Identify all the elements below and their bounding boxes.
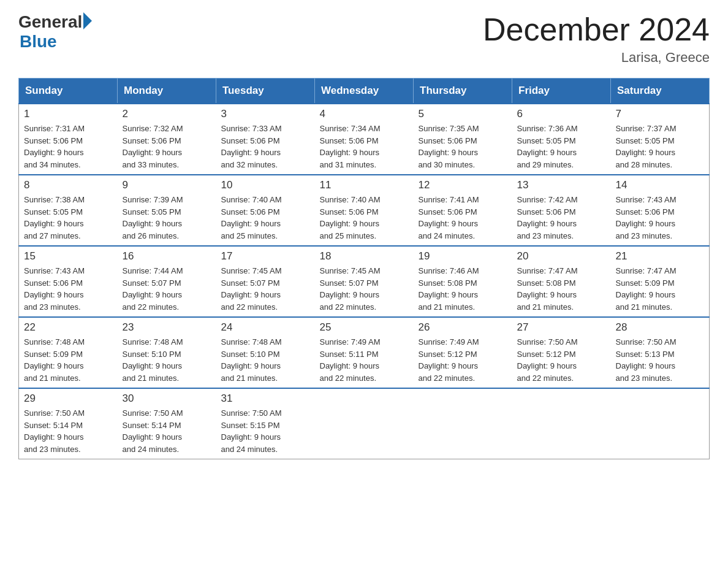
day-number: 27 <box>517 321 606 334</box>
calendar-cell: 3 Sunrise: 7:33 AM Sunset: 5:06 PM Dayli… <box>216 104 315 175</box>
day-header-saturday: Saturday <box>611 79 710 104</box>
calendar-cell: 29 Sunrise: 7:50 AM Sunset: 5:14 PM Dayl… <box>19 388 118 459</box>
title-area: December 2024 Larisa, Greece <box>483 12 710 66</box>
day-number: 15 <box>24 250 113 262</box>
page-header: General Blue December 2024 Larisa, Greec… <box>18 12 710 66</box>
day-number: 29 <box>24 393 113 405</box>
day-number: 14 <box>616 179 705 191</box>
day-info: Sunrise: 7:43 AM Sunset: 5:06 PM Dayligh… <box>24 265 113 313</box>
calendar-cell: 18 Sunrise: 7:45 AM Sunset: 5:07 PM Dayl… <box>315 246 414 317</box>
day-number: 13 <box>517 179 606 191</box>
calendar-cell <box>611 388 710 459</box>
day-info: Sunrise: 7:39 AM Sunset: 5:05 PM Dayligh… <box>123 194 211 242</box>
day-number: 20 <box>517 250 606 262</box>
day-number: 11 <box>320 179 409 191</box>
day-number: 8 <box>24 179 113 191</box>
day-number: 2 <box>123 108 211 120</box>
calendar-cell: 30 Sunrise: 7:50 AM Sunset: 5:14 PM Dayl… <box>118 388 216 459</box>
day-number: 23 <box>123 321 211 334</box>
day-number: 5 <box>419 108 507 120</box>
day-number: 26 <box>419 321 507 334</box>
calendar-cell: 4 Sunrise: 7:34 AM Sunset: 5:06 PM Dayli… <box>315 104 414 175</box>
logo-arrow-icon <box>83 12 92 29</box>
day-info: Sunrise: 7:49 AM Sunset: 5:11 PM Dayligh… <box>320 336 409 384</box>
calendar-cell: 17 Sunrise: 7:45 AM Sunset: 5:07 PM Dayl… <box>216 246 315 317</box>
day-info: Sunrise: 7:34 AM Sunset: 5:06 PM Dayligh… <box>320 123 409 170</box>
day-header-tuesday: Tuesday <box>216 79 315 104</box>
day-info: Sunrise: 7:40 AM Sunset: 5:06 PM Dayligh… <box>221 194 310 242</box>
calendar-cell: 25 Sunrise: 7:49 AM Sunset: 5:11 PM Dayl… <box>315 317 414 388</box>
day-number: 21 <box>616 250 705 262</box>
day-number: 30 <box>123 393 211 405</box>
calendar-cell: 28 Sunrise: 7:50 AM Sunset: 5:13 PM Dayl… <box>611 317 710 388</box>
day-number: 10 <box>221 179 310 191</box>
calendar-cell: 10 Sunrise: 7:40 AM Sunset: 5:06 PM Dayl… <box>216 175 315 246</box>
day-info: Sunrise: 7:47 AM Sunset: 5:09 PM Dayligh… <box>616 265 705 313</box>
logo-blue-text: Blue <box>20 32 57 52</box>
calendar-table: SundayMondayTuesdayWednesdayThursdayFrid… <box>18 78 710 459</box>
day-number: 28 <box>616 321 705 334</box>
calendar-cell: 13 Sunrise: 7:42 AM Sunset: 5:06 PM Dayl… <box>512 175 611 246</box>
day-header-thursday: Thursday <box>414 79 512 104</box>
logo-general-text: General <box>18 12 82 32</box>
day-info: Sunrise: 7:42 AM Sunset: 5:06 PM Dayligh… <box>517 194 606 242</box>
day-info: Sunrise: 7:50 AM Sunset: 5:14 PM Dayligh… <box>123 407 211 455</box>
day-info: Sunrise: 7:46 AM Sunset: 5:08 PM Dayligh… <box>419 265 507 313</box>
calendar-cell: 21 Sunrise: 7:47 AM Sunset: 5:09 PM Dayl… <box>611 246 710 317</box>
calendar-cell: 6 Sunrise: 7:36 AM Sunset: 5:05 PM Dayli… <box>512 104 611 175</box>
day-header-monday: Monday <box>118 79 216 104</box>
calendar-cell: 8 Sunrise: 7:38 AM Sunset: 5:05 PM Dayli… <box>19 175 118 246</box>
calendar-cell: 19 Sunrise: 7:46 AM Sunset: 5:08 PM Dayl… <box>414 246 512 317</box>
calendar-cell: 20 Sunrise: 7:47 AM Sunset: 5:08 PM Dayl… <box>512 246 611 317</box>
day-number: 1 <box>24 108 113 120</box>
day-info: Sunrise: 7:45 AM Sunset: 5:07 PM Dayligh… <box>221 265 310 313</box>
day-info: Sunrise: 7:35 AM Sunset: 5:06 PM Dayligh… <box>419 123 507 170</box>
month-title: December 2024 <box>483 12 710 47</box>
day-info: Sunrise: 7:43 AM Sunset: 5:06 PM Dayligh… <box>616 194 705 242</box>
day-number: 24 <box>221 321 310 334</box>
calendar-cell: 22 Sunrise: 7:48 AM Sunset: 5:09 PM Dayl… <box>19 317 118 388</box>
day-info: Sunrise: 7:31 AM Sunset: 5:06 PM Dayligh… <box>24 123 113 170</box>
calendar-cell: 23 Sunrise: 7:48 AM Sunset: 5:10 PM Dayl… <box>118 317 216 388</box>
calendar-cell: 1 Sunrise: 7:31 AM Sunset: 5:06 PM Dayli… <box>19 104 118 175</box>
location-label: Larisa, Greece <box>483 50 710 66</box>
day-info: Sunrise: 7:33 AM Sunset: 5:06 PM Dayligh… <box>221 123 310 170</box>
day-number: 3 <box>221 108 310 120</box>
calendar-cell: 2 Sunrise: 7:32 AM Sunset: 5:06 PM Dayli… <box>118 104 216 175</box>
calendar-cell: 9 Sunrise: 7:39 AM Sunset: 5:05 PM Dayli… <box>118 175 216 246</box>
day-number: 17 <box>221 250 310 262</box>
day-number: 19 <box>419 250 507 262</box>
day-info: Sunrise: 7:48 AM Sunset: 5:10 PM Dayligh… <box>221 336 310 384</box>
day-info: Sunrise: 7:41 AM Sunset: 5:06 PM Dayligh… <box>419 194 507 242</box>
day-number: 12 <box>419 179 507 191</box>
day-info: Sunrise: 7:48 AM Sunset: 5:10 PM Dayligh… <box>123 336 211 384</box>
day-number: 22 <box>24 321 113 334</box>
day-header-sunday: Sunday <box>19 79 118 104</box>
day-number: 18 <box>320 250 409 262</box>
day-info: Sunrise: 7:36 AM Sunset: 5:05 PM Dayligh… <box>517 123 606 170</box>
calendar-cell <box>414 388 512 459</box>
day-number: 31 <box>221 393 310 405</box>
day-info: Sunrise: 7:37 AM Sunset: 5:05 PM Dayligh… <box>616 123 705 170</box>
day-number: 6 <box>517 108 606 120</box>
day-number: 25 <box>320 321 409 334</box>
calendar-cell: 15 Sunrise: 7:43 AM Sunset: 5:06 PM Dayl… <box>19 246 118 317</box>
calendar-cell <box>315 388 414 459</box>
calendar-cell: 14 Sunrise: 7:43 AM Sunset: 5:06 PM Dayl… <box>611 175 710 246</box>
day-number: 9 <box>123 179 211 191</box>
day-info: Sunrise: 7:50 AM Sunset: 5:14 PM Dayligh… <box>24 407 113 455</box>
day-info: Sunrise: 7:44 AM Sunset: 5:07 PM Dayligh… <box>123 265 211 313</box>
day-info: Sunrise: 7:45 AM Sunset: 5:07 PM Dayligh… <box>320 265 409 313</box>
day-info: Sunrise: 7:50 AM Sunset: 5:13 PM Dayligh… <box>616 336 705 384</box>
logo: General Blue <box>18 12 92 52</box>
calendar-cell: 16 Sunrise: 7:44 AM Sunset: 5:07 PM Dayl… <box>118 246 216 317</box>
calendar-cell: 11 Sunrise: 7:40 AM Sunset: 5:06 PM Dayl… <box>315 175 414 246</box>
calendar-cell: 27 Sunrise: 7:50 AM Sunset: 5:12 PM Dayl… <box>512 317 611 388</box>
day-info: Sunrise: 7:38 AM Sunset: 5:05 PM Dayligh… <box>24 194 113 242</box>
day-header-friday: Friday <box>512 79 611 104</box>
calendar-cell: 12 Sunrise: 7:41 AM Sunset: 5:06 PM Dayl… <box>414 175 512 246</box>
calendar-cell: 7 Sunrise: 7:37 AM Sunset: 5:05 PM Dayli… <box>611 104 710 175</box>
day-number: 7 <box>616 108 705 120</box>
day-number: 4 <box>320 108 409 120</box>
day-info: Sunrise: 7:40 AM Sunset: 5:06 PM Dayligh… <box>320 194 409 242</box>
